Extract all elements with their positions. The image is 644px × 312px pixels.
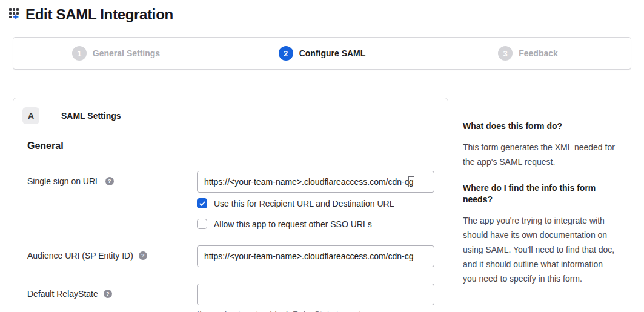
- step-label: Configure SAML: [299, 48, 366, 58]
- relaystate-label-group: Default RelayState ?: [27, 284, 197, 299]
- sidebar-answer-1: This form generates the XML needed for t…: [463, 140, 616, 169]
- general-section-heading: General: [27, 141, 434, 151]
- help-icon[interactable]: ?: [104, 290, 112, 298]
- other-sso-urls-checkbox-row[interactable]: Allow this app to request other SSO URLs: [197, 219, 434, 229]
- step-number-badge: 1: [72, 46, 87, 61]
- help-icon[interactable]: ?: [139, 251, 147, 260]
- relaystate-field-group: If no value is set, a blank RelayState i…: [197, 284, 434, 312]
- sso-url-label: Single sign on URL: [27, 176, 100, 186]
- relaystate-row: Default RelayState ? If no value is set,…: [27, 284, 434, 312]
- relaystate-helper-text: If no value is set, a blank RelayState i…: [197, 310, 434, 312]
- sso-url-row: Single sign on URL ? https://<your-team-…: [27, 171, 434, 229]
- content-area: A SAML Settings General Single sign on U…: [13, 98, 644, 312]
- step-label: General Settings: [93, 48, 160, 58]
- page-header: + Edit SAML Integration: [0, 0, 644, 24]
- sidebar-answer-2: The app you're trying to integrate with …: [463, 213, 616, 286]
- audience-uri-value: https://<your-team-name>.cloudflareacces…: [204, 251, 414, 261]
- sidebar-question-2: Where do I find the info this form needs…: [463, 182, 616, 205]
- other-sso-urls-checkbox-label[interactable]: Allow this app to request other SSO URLs: [214, 219, 372, 229]
- other-sso-urls-checkbox[interactable]: [197, 219, 207, 229]
- recipient-url-checkbox-row[interactable]: Use this for Recipient URL and Destinati…: [197, 198, 434, 208]
- panel-title: SAML Settings: [61, 111, 121, 121]
- audience-uri-label: Audience URI (SP Entity ID): [27, 251, 133, 261]
- add-app-grid-icon: +: [9, 7, 24, 22]
- sidebar-question-1: What does this form do?: [463, 121, 616, 132]
- sso-url-label-group: Single sign on URL ?: [27, 171, 197, 186]
- step-number-badge: 3: [498, 46, 513, 61]
- step-label: Feedback: [519, 48, 558, 58]
- relaystate-label: Default RelayState: [27, 289, 98, 299]
- audience-uri-input[interactable]: https://<your-team-name>.cloudflareacces…: [197, 245, 434, 267]
- step-configure-saml[interactable]: 2 Configure SAML: [219, 38, 425, 69]
- panel-header: A SAML Settings: [22, 107, 434, 124]
- sso-url-value: https://<your-team-name>.cloudflareacces…: [204, 177, 409, 187]
- step-feedback[interactable]: 3 Feedback: [425, 38, 631, 69]
- recipient-url-checkbox-label[interactable]: Use this for Recipient URL and Destinati…: [214, 199, 394, 208]
- step-number-badge: 2: [279, 46, 293, 61]
- recipient-url-checkbox[interactable]: [197, 198, 207, 208]
- plus-icon: +: [13, 12, 19, 22]
- sso-url-input[interactable]: https://<your-team-name>.cloudflareacces…: [197, 171, 434, 193]
- step-wizard: 1 General Settings 2 Configure SAML 3 Fe…: [13, 37, 631, 70]
- saml-settings-panel: A SAML Settings General Single sign on U…: [13, 98, 448, 312]
- text-caret: g: [409, 177, 414, 187]
- help-sidebar: What does this form do? This form genera…: [463, 98, 616, 299]
- audience-uri-row: Audience URI (SP Entity ID) ? https://<y…: [27, 245, 434, 267]
- step-general-settings[interactable]: 1 General Settings: [13, 38, 219, 69]
- audience-uri-field-group: https://<your-team-name>.cloudflareacces…: [197, 245, 434, 267]
- relaystate-input[interactable]: [197, 284, 434, 305]
- section-a-badge: A: [22, 107, 39, 124]
- help-icon[interactable]: ?: [105, 177, 114, 185]
- page-title: Edit SAML Integration: [25, 6, 173, 23]
- check-icon: [199, 200, 206, 207]
- audience-uri-label-group: Audience URI (SP Entity ID) ?: [27, 245, 197, 261]
- sso-url-field-group: https://<your-team-name>.cloudflareacces…: [197, 171, 434, 229]
